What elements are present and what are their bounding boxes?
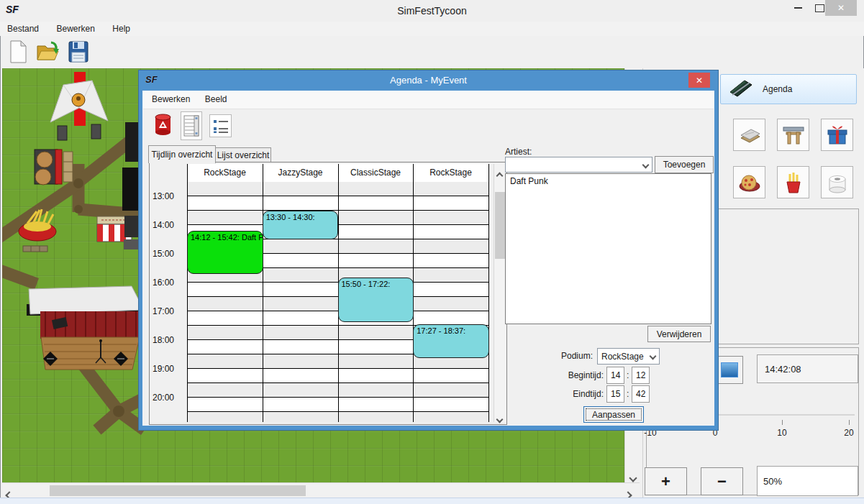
schedule-grid: RockStage JazzyStage ClassicStage RockSt… (149, 162, 507, 425)
menu-help[interactable]: Help (105, 22, 137, 36)
artist-listbox[interactable]: Daft Punk (505, 173, 711, 324)
tool-toilet-paper[interactable] (821, 166, 853, 198)
new-file-button[interactable] (4, 38, 32, 65)
time-label: 19:00 (153, 364, 186, 375)
zoom-out-button[interactable]: − (701, 467, 743, 495)
time-label: 17:00 (153, 306, 186, 317)
begin-hour-field[interactable]: 14 (606, 367, 624, 384)
tab-list-overview[interactable]: Lijst overzicht (215, 147, 271, 163)
schedule-event[interactable]: 17:27 - 18:37: (413, 324, 489, 358)
end-minute-field[interactable]: 42 (632, 385, 650, 403)
pizza-icon (737, 170, 763, 196)
slider-tick (849, 420, 850, 425)
close-button[interactable]: ✕ (825, 0, 857, 16)
stage-column-header: ClassicStage (338, 164, 413, 183)
schedule-event[interactable]: 15:50 - 17:22: (338, 278, 414, 321)
schedule-scroll-down-icon[interactable] (497, 412, 502, 425)
schedule-scrollbar[interactable] (494, 164, 506, 422)
open-file-icon (35, 40, 61, 64)
stage-column-header: RockStage (187, 164, 263, 183)
fries-icon (781, 170, 806, 196)
main-titlebar: SF SimFestTycoon ✕ (0, 0, 864, 22)
zoom-in-button[interactable]: + (645, 467, 687, 495)
clock-display: 14:42:08 (757, 354, 858, 383)
remove-artist-button[interactable]: Verwijderen (647, 326, 711, 342)
time-label: 18:00 (153, 335, 186, 346)
list-view-button[interactable] (209, 114, 232, 137)
open-file-button[interactable] (35, 38, 62, 65)
list-view-icon (212, 118, 229, 134)
time-label: 16:00 (153, 278, 186, 288)
maximize-icon (815, 4, 824, 12)
begin-minute-field[interactable]: 12 (632, 367, 650, 384)
podium-label: Podium: (550, 351, 593, 361)
dialog-body: Bewerken Beeld (142, 91, 714, 426)
artist-list-item[interactable]: Daft Punk (506, 174, 711, 188)
menu-bestand[interactable]: Bestand (0, 22, 46, 36)
entrance-gate-icon (781, 122, 806, 148)
slider-tick-label: 20 (842, 428, 856, 438)
slider-tick-label: 10 (775, 428, 789, 438)
time-label: 15:00 (153, 249, 186, 260)
app-title: SimFestTycoon (0, 5, 864, 17)
slider-tick (782, 420, 783, 425)
tool-pizza[interactable] (733, 166, 765, 198)
save-file-icon (67, 40, 90, 64)
play-pause-icon (721, 362, 738, 377)
timeline-view-icon (183, 115, 199, 137)
new-file-icon (6, 40, 29, 64)
add-artist-button[interactable]: Toevoegen (655, 156, 714, 173)
dialog-menubar: Bewerken Beeld (143, 91, 714, 109)
minimize-button[interactable] (788, 0, 808, 16)
agenda-label: Agenda (763, 84, 792, 94)
dialog-titlebar[interactable]: SF Agenda - MyEvent ✕ (139, 70, 718, 91)
time-separator: : (627, 370, 629, 380)
map-hscroll-thumb[interactable] (50, 485, 306, 496)
chevron-down-icon (639, 162, 652, 168)
timeline-view-button[interactable] (181, 111, 202, 140)
stage-column-header: RockStage (413, 164, 488, 183)
tab-timeline-overview[interactable]: Tijdlijn overzicht (148, 145, 216, 163)
dialog-title: Agenda - MyEvent (139, 75, 718, 86)
agenda-dialog: SF Agenda - MyEvent ✕ Bewerken Beeld (139, 70, 718, 430)
path-junction (73, 178, 83, 188)
time-label: 20:00 (153, 393, 186, 403)
main-menubar: Bestand Bewerken Help (0, 22, 864, 36)
podium-dropdown-value: RockStage (598, 352, 644, 362)
time-label: 13:00 (153, 191, 186, 202)
end-time-label: Eindtijd: (546, 389, 604, 399)
menu-bewerken[interactable]: Bewerken (50, 22, 102, 36)
podium-dropdown[interactable]: RockStage (597, 348, 660, 365)
artist-dropdown[interactable] (505, 157, 652, 173)
trash-icon (153, 113, 173, 137)
tool-fries[interactable] (777, 166, 809, 198)
delete-item-button[interactable] (153, 113, 173, 137)
minimize-icon (794, 7, 802, 9)
tool-entrance-gate[interactable] (777, 119, 809, 151)
time-separator: : (627, 389, 629, 399)
schedule-scroll-thumb[interactable] (495, 192, 505, 259)
dialog-menu-bewerken[interactable]: Bewerken (143, 91, 196, 107)
zoom-level-field[interactable]: 50% (757, 466, 858, 496)
tool-floor-tile[interactable] (733, 119, 765, 151)
dialog-menu-beeld[interactable]: Beeld (199, 91, 233, 107)
time-label: 14:00 (153, 220, 186, 231)
chevron-down-icon (646, 354, 659, 359)
dialog-close-button[interactable]: ✕ (688, 73, 710, 88)
end-hour-field[interactable]: 15 (606, 385, 624, 403)
stage-column-header: JazzyStage (263, 164, 338, 183)
main-stage (27, 286, 144, 370)
sidebar-item-agenda[interactable]: Agenda (720, 74, 857, 104)
save-file-button[interactable] (65, 38, 92, 65)
map-horizontal-scrollbar[interactable] (2, 482, 640, 498)
tool-gift[interactable] (821, 119, 853, 151)
toilet-paper-icon (824, 170, 850, 196)
schedule-scroll-up-icon[interactable] (497, 168, 502, 181)
schedule-events-layer: 14:12 - 15:42: Daft Punk13:30 - 14:30:15… (187, 182, 489, 422)
apply-button[interactable]: Aanpassen (583, 406, 644, 423)
play-pause-button[interactable] (715, 356, 743, 384)
schedule-event[interactable]: 13:30 - 14:30: (263, 211, 339, 239)
burger-stand (35, 150, 73, 185)
agenda-book-icon (728, 77, 754, 101)
schedule-event[interactable]: 14:12 - 15:42: Daft Punk (187, 231, 263, 274)
